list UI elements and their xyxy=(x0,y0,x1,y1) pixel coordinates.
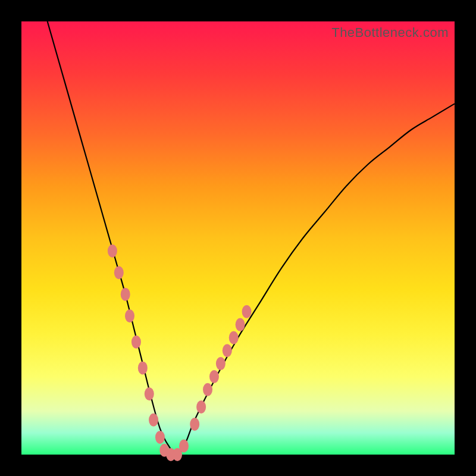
chart-point xyxy=(236,318,245,331)
plot-area: TheBottleneck.com xyxy=(21,21,455,455)
chart-frame: TheBottleneck.com xyxy=(0,0,476,476)
chart-point xyxy=(149,414,158,427)
chart-point xyxy=(242,305,252,318)
chart-point xyxy=(121,288,130,301)
chart-point xyxy=(125,309,134,322)
chart-point xyxy=(190,418,199,431)
chart-point xyxy=(229,331,239,344)
chart-point xyxy=(223,344,232,357)
chart-point xyxy=(179,439,189,452)
chart-point xyxy=(203,383,212,396)
chart-svg xyxy=(21,21,455,455)
chart-point xyxy=(155,431,165,444)
chart-point xyxy=(138,361,148,374)
chart-point xyxy=(209,370,219,383)
chart-point xyxy=(196,400,206,414)
chart-point xyxy=(114,266,124,279)
chart-point xyxy=(131,336,141,349)
chart-point xyxy=(108,245,117,258)
chart-line xyxy=(48,21,455,455)
chart-point xyxy=(216,357,226,370)
chart-point xyxy=(145,387,154,400)
